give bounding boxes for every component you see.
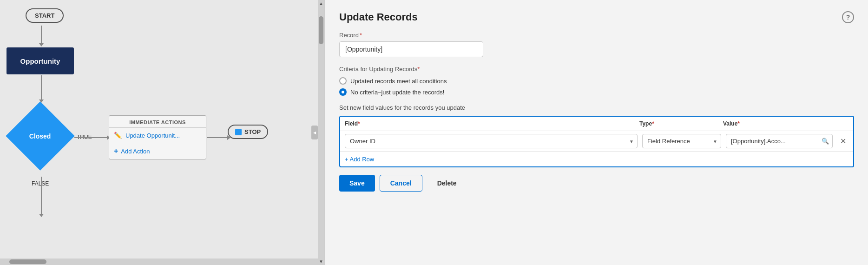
resize-handle[interactable] [311,126,318,139]
row-delete-button[interactable]: ✕ [837,136,848,147]
immediate-actions-box: IMMEDIATE ACTIONS ✏️ Update Opportunit..… [109,115,206,159]
canvas-vertical-scrollbar[interactable]: ▲ ▼ [318,0,324,265]
scroll-down-arrow[interactable]: ▼ [318,258,324,265]
update-opportunity-action[interactable]: ✏️ Update Opportunit... [109,128,206,143]
action-buttons: Save Cancel Delete [339,175,854,192]
table-row: Owner ID ▼ Field Reference ▼ 🔍 ✕ [340,131,853,152]
arrow-true-horizontal [74,135,110,140]
field-values-table: Field* Type* Value* Owner ID ▼ Field Ref… [339,116,854,167]
hscroll-thumb[interactable] [9,259,46,264]
cancel-button[interactable]: Cancel [380,175,422,192]
col-header-field: Field* [345,120,635,127]
canvas-horizontal-scrollbar[interactable] [0,258,318,265]
start-node[interactable]: START [26,8,64,23]
immediate-actions-header: IMMEDIATE ACTIONS [109,116,206,128]
right-panel: Update Records ? Record* Criteria for Up… [325,0,868,265]
type-select-wrapper: Field Reference ▼ [642,134,721,148]
criteria-title: Criteria for Updating Records* [339,66,854,73]
arrow-opportunity-to-closed [39,75,44,103]
value-input[interactable] [726,134,833,148]
type-select[interactable]: Field Reference [642,134,721,148]
opportunity-node[interactable]: Opportunity [7,47,74,74]
flow-canvas: ▲ ▼ START Opportunity Closed TRUE FALSE [0,0,325,265]
add-row-button[interactable]: + Add Row [340,152,853,166]
col-header-type: Type* [639,120,718,127]
scroll-up-arrow[interactable]: ▲ [318,0,324,7]
value-input-wrapper: 🔍 [726,134,833,148]
save-button[interactable]: Save [339,175,375,192]
panel-header: Update Records ? [339,11,854,23]
field-select[interactable]: Owner ID [345,134,638,148]
plus-icon: + [114,147,118,155]
record-field-label: Record* [339,32,854,39]
radio-item-no-criteria[interactable]: No criteria–just update the records! [339,88,854,96]
table-header-row: Field* Type* Value* [340,117,853,131]
arrow-false-down [39,177,44,217]
arrow-actions-to-stop [207,135,230,140]
record-input[interactable] [339,41,483,57]
search-icon[interactable]: 🔍 [822,138,829,145]
criteria-radio-group: Updated records meet all conditions No c… [339,77,854,96]
panel-title: Update Records [339,11,418,23]
radio-all-conditions[interactable] [339,77,347,85]
help-icon[interactable]: ? [842,11,854,23]
col-header-value: Value* [723,120,830,127]
scroll-thumb[interactable] [319,16,323,44]
stop-node[interactable]: STOP [228,125,268,139]
field-select-wrapper: Owner ID ▼ [345,134,638,148]
closed-diamond-shape: Closed [6,101,74,170]
delete-button[interactable]: Delete [427,175,467,192]
closed-diamond[interactable]: Closed [7,102,74,170]
add-action-button[interactable]: + Add Action [109,143,206,159]
stop-square-icon [235,129,242,135]
set-values-label: Set new field values for the records you… [339,104,854,111]
radio-no-criteria[interactable] [339,88,347,96]
pencil-icon: ✏️ [114,132,122,139]
criteria-section: Criteria for Updating Records* Updated r… [339,66,854,96]
radio-item-all-conditions[interactable]: Updated records meet all conditions [339,77,854,85]
arrow-start-to-opportunity [39,26,44,46]
col-header-action [835,120,848,127]
